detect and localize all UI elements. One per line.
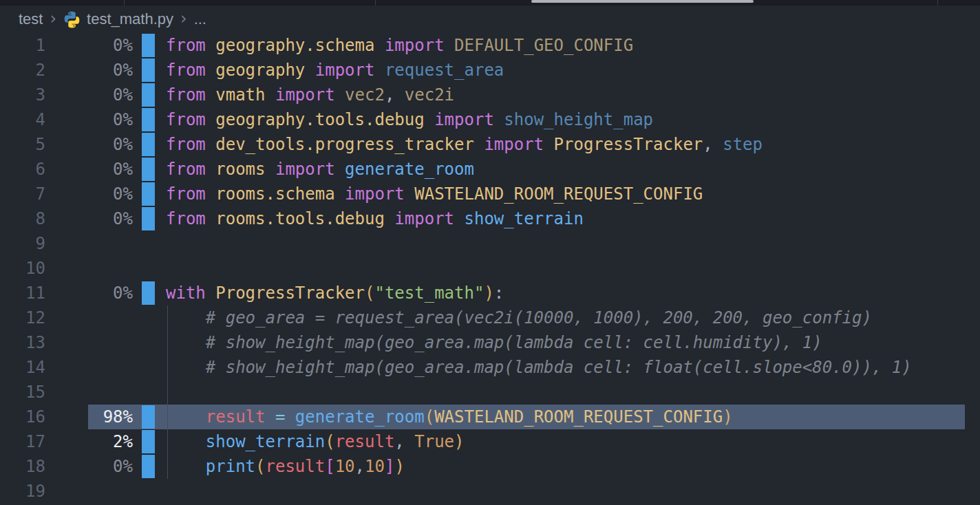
code-token (166, 308, 206, 327)
code-text[interactable]: from rooms import generate_room (155, 157, 474, 182)
code-token (206, 160, 215, 179)
code-line[interactable]: 14 # show_height_map(geo_area.map(lambda… (0, 355, 980, 380)
line-number[interactable]: 6 (0, 160, 45, 179)
code-line[interactable]: 19 (0, 479, 980, 504)
code-line[interactable]: 10%from geography.schema import DEFAULT_… (0, 33, 980, 58)
code-text[interactable]: from rooms.schema import WASTELAND_ROOM_… (155, 182, 703, 206)
line-number[interactable]: 18 (0, 457, 45, 476)
code-token: , (703, 135, 723, 154)
code-line[interactable]: 40%from geography.tools.debug import sho… (0, 107, 980, 132)
breadcrumb-file[interactable]: test_math.py (87, 10, 173, 28)
code-token: , (385, 85, 405, 105)
code-line[interactable]: 50%from dev_tools.progress_tracker impor… (0, 132, 980, 157)
code-token: ProgressTracker (554, 135, 703, 154)
code-token: True (414, 432, 454, 451)
code-line[interactable]: 80%from rooms.tools.debug import show_te… (0, 206, 980, 231)
code-token: from (166, 85, 206, 105)
code-token: ( (365, 283, 374, 303)
code-text[interactable]: from geography import request_area (155, 58, 504, 83)
line-number[interactable]: 9 (0, 234, 45, 253)
coverage-gutter (142, 256, 155, 281)
code-text[interactable]: from dev_tools.progress_tracker import P… (155, 132, 763, 157)
code-line[interactable]: 1698% result = generate_room(WASTELAND_R… (0, 405, 980, 429)
line-number[interactable]: 4 (0, 110, 45, 129)
code-token: with (166, 283, 206, 303)
line-number[interactable]: 11 (0, 283, 45, 303)
code-line[interactable]: 12 # geo_area = request_area(vec2i(10000… (0, 305, 980, 330)
line-number[interactable]: 17 (0, 432, 45, 451)
line-number[interactable]: 8 (0, 209, 45, 228)
code-token: ProgressTracker (215, 283, 365, 303)
code-token: from (166, 160, 206, 179)
code-text[interactable]: print(result[10,10]) (155, 454, 405, 479)
code-text[interactable]: with ProgressTracker("test_math"): (155, 281, 504, 305)
code-line[interactable]: 110%with ProgressTracker("test_math"): (0, 281, 980, 305)
code-text[interactable]: # show_height_map(geo_area.map(lambda ce… (155, 330, 822, 355)
code-token (206, 61, 215, 80)
code-token (266, 85, 275, 105)
line-number[interactable]: 7 (0, 184, 45, 204)
line-number[interactable]: 16 (0, 407, 45, 427)
code-line[interactable]: 10 (0, 256, 980, 281)
breadcrumb-folder[interactable]: test (19, 10, 43, 28)
code-token: geography.schema (215, 36, 374, 55)
code-line[interactable]: 13 # show_height_map(geo_area.map(lambda… (0, 330, 980, 355)
code-token: rooms.tools.debug (215, 209, 385, 228)
line-number[interactable]: 2 (0, 61, 45, 80)
breadcrumb-symbol-more[interactable]: ... (194, 10, 206, 28)
code-token: geography.tools.debug (215, 110, 424, 129)
coverage-percentage: 0% (45, 184, 133, 204)
coverage-block (142, 182, 155, 206)
code-line[interactable]: 70%from rooms.schema import WASTELAND_RO… (0, 182, 980, 206)
line-number[interactable]: 5 (0, 135, 45, 154)
coverage-block (142, 455, 155, 478)
code-line[interactable]: 15 (0, 380, 980, 405)
code-line[interactable]: 20%from geography import request_area (0, 58, 980, 83)
coverage-block (142, 133, 155, 156)
code-line[interactable]: 60%from rooms import generate_room (0, 157, 980, 182)
code-token: ) (394, 457, 404, 476)
coverage-gutter (142, 157, 155, 182)
code-text[interactable]: from rooms.tools.debug import show_terra… (155, 206, 584, 231)
line-number[interactable]: 13 (0, 333, 45, 352)
code-text[interactable]: from geography.schema import DEFAULT_GEO… (155, 33, 633, 58)
code-text[interactable]: result = generate_room(WASTELAND_ROOM_RE… (155, 405, 733, 429)
code-line[interactable]: 30%from vmath import vec2, vec2i (0, 83, 980, 107)
line-number[interactable]: 15 (0, 383, 45, 402)
code-text[interactable]: show_terrain(result, True) (155, 429, 465, 454)
coverage-gutter (142, 132, 155, 157)
code-text[interactable]: from vmath import vec2, vec2i (155, 83, 454, 107)
coverage-gutter (142, 305, 155, 330)
line-number[interactable]: 3 (0, 85, 45, 105)
code-token: # show_height_map(geo_area.map(lambda ce… (206, 358, 912, 377)
code-token: "test_math" (374, 283, 484, 303)
line-number[interactable]: 1 (0, 36, 45, 55)
code-text[interactable]: from geography.tools.debug import show_h… (155, 107, 653, 132)
line-number[interactable]: 14 (0, 358, 45, 377)
code-text[interactable]: # geo_area = request_area(vec2i(10000, 1… (155, 305, 872, 330)
code-token: generate_room (345, 160, 474, 179)
code-token: : (494, 283, 504, 303)
code-line[interactable]: 172% show_terrain(result, True) (0, 429, 980, 454)
code-token: import (275, 160, 335, 179)
code-token (206, 184, 215, 204)
code-token: import (275, 85, 335, 105)
code-token (166, 432, 206, 451)
code-line[interactable]: 180% print(result[10,10]) (0, 454, 980, 479)
breadcrumb: test › test_math.py › ... (0, 6, 980, 33)
coverage-percentage: 0% (45, 283, 133, 303)
coverage-block (142, 430, 155, 453)
code-line[interactable]: 9 (0, 231, 980, 256)
line-number[interactable]: 10 (0, 259, 45, 278)
code-token: from (166, 135, 206, 154)
code-text[interactable]: # show_height_map(geo_area.map(lambda ce… (155, 355, 912, 380)
coverage-gutter (142, 405, 155, 429)
code-token: rooms.schema (215, 184, 334, 204)
code-token (206, 85, 215, 105)
line-number[interactable]: 19 (0, 482, 45, 501)
chevron-right-icon: › (180, 9, 187, 28)
code-token: ( (325, 432, 334, 451)
code-token: show_height_map (504, 110, 653, 129)
horizontal-scrollbar[interactable] (531, 0, 754, 3)
line-number[interactable]: 12 (0, 308, 45, 327)
